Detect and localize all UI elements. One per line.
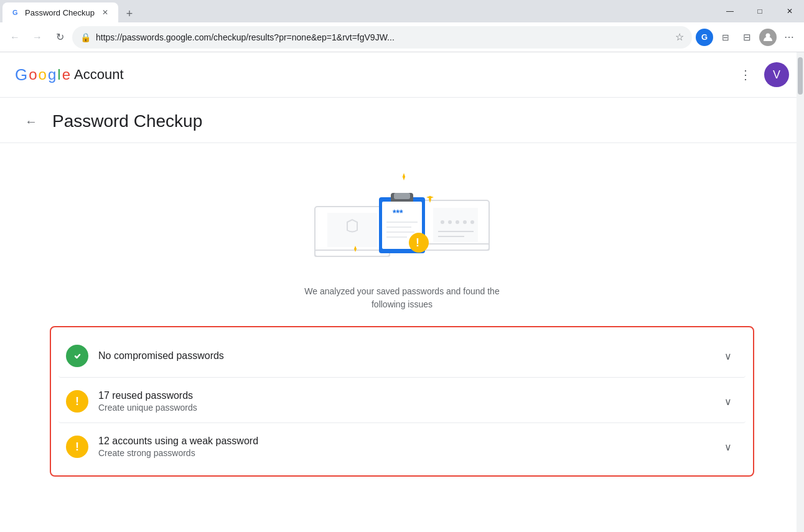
browser-tab[interactable]: G Password Checkup ✕ [2, 2, 118, 22]
google-g-letter: G [15, 65, 27, 85]
svg-rect-7 [421, 244, 489, 250]
compromised-passwords-item[interactable]: No compromised passwords ∨ [58, 335, 746, 378]
bookmark-button[interactable]: ⊟ [737, 27, 757, 47]
nav-actions: G ⊟ ⊟ ⋯ [694, 27, 799, 47]
weak-result-text: 12 accounts using a weak password Create… [98, 436, 718, 458]
svg-rect-21 [394, 193, 410, 199]
maximize-button[interactable]: □ [746, 1, 774, 21]
google-o2-letter: o [39, 66, 47, 83]
scrollbar-thumb[interactable] [798, 57, 803, 95]
window-controls: — □ ✕ [716, 1, 804, 21]
warning-icon-reused: ! [66, 390, 88, 413]
password-checkup-illustration: *** ! [296, 163, 508, 275]
google-account-header: G o o g l e Account ⋮ V [0, 52, 804, 98]
extensions-button[interactable]: ⊟ [716, 27, 736, 47]
browser-more-button[interactable]: ⋯ [779, 27, 799, 47]
reused-expand-button[interactable]: ∨ [718, 391, 738, 411]
scrollbar-track[interactable] [797, 52, 804, 532]
bookmark-icon: ⊟ [743, 32, 751, 43]
vertical-dots-icon: ⋮ [739, 67, 752, 82]
svg-point-18 [355, 248, 357, 250]
google-l-letter: l [57, 66, 60, 83]
exclamation-icon: ! [75, 441, 79, 454]
page-back-button[interactable]: ← [20, 110, 42, 133]
g-extension-icon: G [696, 29, 713, 46]
header-actions: ⋮ V [734, 62, 789, 87]
bookmark-manager-icon: ⊟ [722, 32, 729, 42]
chevron-down-icon: ∨ [724, 396, 732, 408]
address-bar[interactable]: 🔒 https://passwords.google.com/checkup/r… [72, 26, 692, 49]
favicon-icon: G [10, 7, 20, 17]
refresh-button[interactable]: ↻ [50, 27, 70, 47]
reused-result-text: 17 reused passwords Create unique passwo… [98, 390, 718, 413]
page-title: Password Checkup [52, 111, 202, 131]
tab-close-button[interactable]: ✕ [100, 7, 111, 18]
svg-point-10 [448, 220, 452, 224]
svg-point-13 [470, 220, 474, 224]
user-avatar[interactable]: V [764, 62, 789, 87]
page-content: G o o g l e Account ⋮ V ← Password Check… [0, 52, 804, 532]
minimize-button[interactable]: — [716, 1, 744, 21]
svg-point-12 [463, 220, 467, 224]
close-button[interactable]: ✕ [775, 1, 804, 21]
browser-profile-button[interactable] [758, 27, 778, 47]
compromised-expand-button[interactable]: ∨ [718, 346, 738, 366]
browser-profile-icon [759, 29, 777, 46]
svg-text:G: G [12, 9, 18, 16]
svg-point-9 [441, 220, 444, 224]
illustration-description: We analyzed your saved passwords and fou… [304, 285, 499, 311]
g-extension-button[interactable]: G [694, 27, 714, 47]
svg-text:!: ! [416, 236, 419, 249]
reused-subtitle: Create unique passwords [98, 403, 718, 413]
navigation-bar: ← → ↻ 🔒 https://passwords.google.com/che… [0, 22, 804, 52]
chevron-down-icon: ∨ [724, 350, 732, 362]
svg-text:***: *** [393, 208, 403, 218]
google-g2-letter: g [48, 66, 56, 83]
forward-button[interactable]: → [27, 27, 47, 47]
google-logo: G o o g l e Account [15, 65, 124, 85]
back-button[interactable]: ← [5, 27, 25, 47]
reused-passwords-item[interactable]: ! 17 reused passwords Create unique pass… [58, 380, 746, 423]
star-icon[interactable]: ☆ [675, 31, 684, 43]
illustration-area: *** ! We analyzed your saved passwords a… [0, 143, 804, 326]
page-title-bar: ← Password Checkup [0, 98, 804, 143]
weak-expand-button[interactable]: ∨ [718, 437, 738, 457]
warning-icon-weak: ! [66, 436, 88, 458]
weak-subtitle: Create strong passwords [98, 448, 718, 458]
lock-icon: 🔒 [80, 32, 91, 42]
weak-passwords-item[interactable]: ! 12 accounts using a weak password Crea… [58, 426, 746, 468]
compromised-result-text: No compromised passwords [98, 350, 718, 362]
exclamation-icon: ! [75, 395, 79, 408]
svg-point-11 [456, 220, 459, 224]
tab-title: Password Checkup [25, 8, 95, 17]
url-display: https://passwords.google.com/checkup/res… [96, 32, 670, 42]
chevron-down-icon: ∨ [724, 441, 732, 453]
compromised-title: No compromised passwords [98, 350, 718, 362]
weak-title: 12 accounts using a weak password [98, 436, 718, 447]
account-label: Account [74, 67, 124, 83]
more-dots-icon: ⋯ [784, 31, 794, 43]
green-check-icon [66, 345, 88, 367]
svg-rect-4 [315, 250, 390, 256]
google-e-letter: e [62, 66, 70, 83]
back-arrow-icon: ← [25, 114, 37, 129]
new-tab-button[interactable]: + [121, 5, 138, 22]
reused-title: 17 reused passwords [98, 390, 718, 401]
svg-rect-5 [327, 213, 377, 247]
google-o1-letter: o [29, 66, 37, 83]
results-container: No compromised passwords ∨ ! 17 reused p… [50, 326, 754, 477]
header-more-button[interactable]: ⋮ [734, 63, 757, 86]
